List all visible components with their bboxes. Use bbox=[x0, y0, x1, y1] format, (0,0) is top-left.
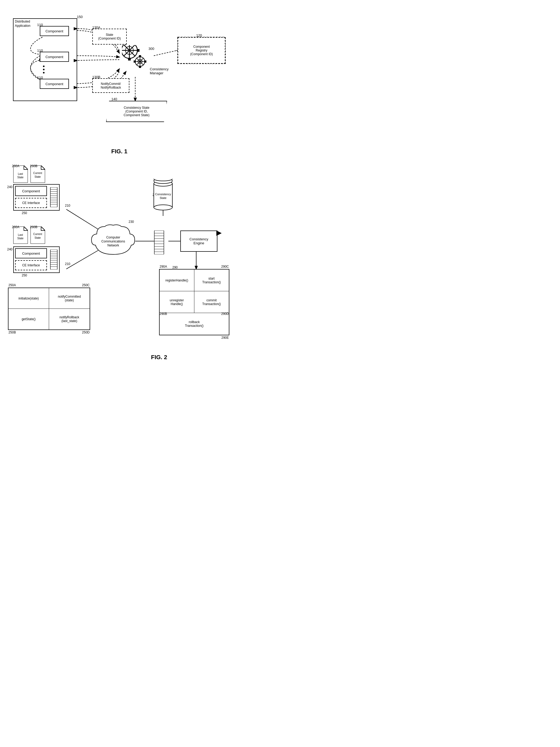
notify-commit-rollback-box: NotifyCommit/NotifyRollback bbox=[92, 78, 129, 93]
ce-interface-ref-250: 250A bbox=[8, 283, 16, 287]
svg-text:State: State bbox=[160, 196, 166, 200]
ce-api-getstate: getState() bbox=[8, 309, 49, 330]
svg-text:150: 150 bbox=[77, 15, 83, 19]
svg-text:Network: Network bbox=[107, 243, 119, 247]
svg-point-90 bbox=[154, 205, 172, 210]
figure-container: 150 110 110 110 130A 130B 300 120 Consis… bbox=[5, 5, 233, 361]
svg-point-4 bbox=[43, 72, 45, 74]
component-3: Component bbox=[40, 79, 69, 89]
svg-text:Consistency: Consistency bbox=[155, 192, 171, 196]
svg-text:State: State bbox=[34, 175, 41, 178]
ce-interface-ref-250b: 250B bbox=[8, 331, 16, 334]
consistency-api-ref-290b: 290B bbox=[160, 312, 167, 316]
node2-component-group: 240 Component CE Interface bbox=[13, 247, 60, 273]
component-registry-box: ComponentRegistry(Component ID) bbox=[178, 37, 225, 64]
consistency-engine-box: ConsistencyEngine bbox=[180, 231, 217, 252]
node1-component-group: 240 Component CE Interface bbox=[13, 184, 60, 211]
node2-doc-currentstate: Current State bbox=[30, 227, 45, 244]
api-starttransaction: startTransaction() bbox=[194, 269, 229, 291]
svg-text:290: 290 bbox=[172, 265, 178, 269]
consistency-api-ref-290e: 290E bbox=[221, 336, 229, 339]
node1-ce-interface-box: CE Interface bbox=[15, 198, 47, 208]
node2-device-icon bbox=[50, 250, 58, 269]
ce-interface-api-table: 250A 250C initialize(state) notifyCommit… bbox=[8, 287, 90, 330]
engine-flag bbox=[216, 231, 222, 236]
svg-text:Last: Last bbox=[18, 173, 23, 175]
node1-ref-250: 250 bbox=[22, 211, 27, 215]
network-ref: 230 bbox=[129, 220, 134, 224]
svg-marker-105 bbox=[216, 231, 222, 236]
svg-point-3 bbox=[43, 69, 45, 70]
node1-doc-currentstate: Current State bbox=[30, 165, 45, 183]
node2-ce-interface-box: CE Interface bbox=[15, 260, 47, 270]
fig1-diagram: 150 110 110 110 130A 130B 300 120 Consis… bbox=[5, 10, 233, 138]
api-committransaction: commitTransaction() bbox=[194, 291, 229, 313]
node1-ref-240: 240 bbox=[7, 185, 12, 189]
component-1: Component bbox=[40, 26, 69, 36]
ce-interface-ref-250c: 250C bbox=[82, 283, 90, 287]
svg-text:120: 120 bbox=[196, 33, 202, 37]
node2-label-260b: 260B bbox=[30, 225, 37, 229]
svg-text:Current: Current bbox=[33, 233, 42, 236]
ce-api-notifycommitted: notifyCommitted(state) bbox=[49, 288, 90, 309]
node1-device-icon bbox=[50, 187, 58, 207]
component-2: Component bbox=[40, 52, 69, 62]
svg-marker-74 bbox=[41, 227, 45, 231]
svg-text:210: 210 bbox=[65, 262, 70, 266]
svg-text:State: State bbox=[17, 176, 24, 179]
network-cloud: Computer Communications Network 230 bbox=[90, 224, 137, 258]
svg-text:Consistency: Consistency bbox=[150, 67, 169, 71]
node1-doc-laststate: Last State bbox=[13, 165, 28, 183]
node2-ref-250: 250 bbox=[22, 274, 27, 277]
svg-text:Computer: Computer bbox=[106, 236, 121, 239]
svg-point-2 bbox=[43, 66, 45, 67]
fig1-label: FIG. 1 bbox=[111, 148, 127, 155]
distributed-app-label: DistributedApplication bbox=[15, 20, 36, 28]
ce-api-initialize: initialize(state) bbox=[8, 288, 49, 309]
state-component-id-box: State(Component ID) bbox=[92, 29, 127, 45]
consistency-state-box: Consistency State(Component ID,Component… bbox=[106, 101, 167, 122]
ce-api-notifyrollback: notifyRollback(last_state) bbox=[49, 309, 90, 330]
svg-rect-96 bbox=[154, 231, 164, 254]
svg-text:210: 210 bbox=[65, 204, 70, 207]
node2-label-260a: 260A bbox=[12, 225, 19, 229]
consistency-api-ref-290c: 290C bbox=[221, 265, 229, 268]
consistency-api-ref-290d: 290D bbox=[221, 312, 229, 316]
svg-marker-53 bbox=[24, 165, 28, 170]
consistency-api-table: 290A 290C registerHandle() startTransact… bbox=[159, 269, 229, 335]
svg-text:State: State bbox=[17, 237, 24, 240]
node2-component-box: Component bbox=[15, 248, 47, 258]
api-rollbacktransaction: rollbackTransaction() bbox=[160, 313, 229, 335]
consistency-state-cylinder: Consistency State bbox=[153, 179, 174, 211]
svg-text:Manager: Manager bbox=[150, 71, 164, 75]
node1-label-260a: 260A bbox=[12, 164, 19, 168]
node1-component-box: Component bbox=[15, 186, 47, 196]
consistency-api-ref-290a: 290A bbox=[160, 265, 167, 268]
svg-text:State: State bbox=[34, 236, 41, 239]
api-registerhandle: registerHandle() bbox=[160, 269, 194, 291]
svg-text:Last: Last bbox=[18, 233, 23, 236]
svg-marker-70 bbox=[24, 227, 28, 231]
consistency-manager-gear bbox=[122, 45, 151, 73]
svg-text:Communications: Communications bbox=[101, 239, 125, 243]
svg-marker-57 bbox=[41, 165, 45, 170]
fig2-diagram: 210 210 220 280 270 290 Last State 260A … bbox=[5, 163, 233, 354]
node2-doc-laststate: Last State bbox=[13, 227, 28, 244]
fig2-label: FIG. 2 bbox=[151, 354, 167, 361]
ce-interface-ref-250d: 250D bbox=[82, 331, 90, 334]
svg-text:Current: Current bbox=[33, 172, 42, 175]
svg-text:140: 140 bbox=[111, 97, 117, 101]
center-server-icon bbox=[154, 231, 164, 254]
node2-ref-240: 240 bbox=[7, 248, 12, 251]
node1-label-260b: 260B bbox=[30, 164, 37, 168]
api-unregisterhandle: unregisterHandle() bbox=[160, 291, 194, 313]
